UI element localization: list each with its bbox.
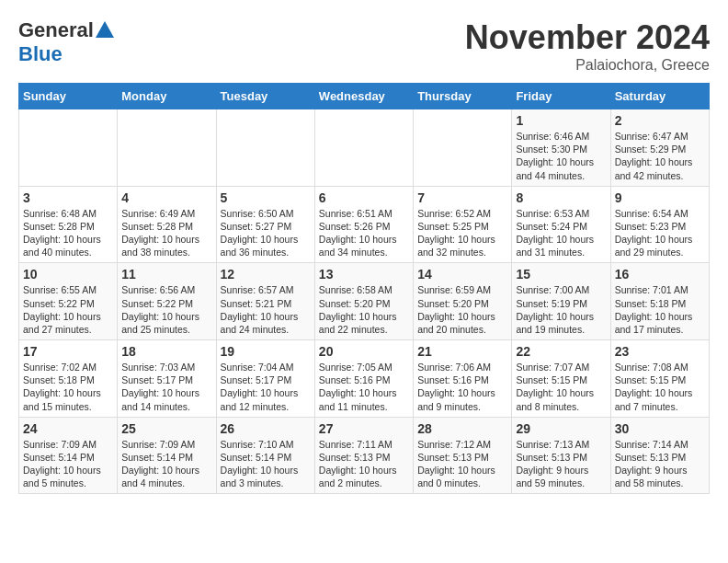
header-tuesday: Tuesday [216,84,314,109]
day-number: 18 [121,344,211,359]
calendar-header-row: SundayMondayTuesdayWednesdayThursdayFrid… [19,84,710,109]
day-number: 24 [23,421,113,436]
day-info: Sunrise: 7:09 AM Sunset: 5:14 PM Dayligh… [121,438,211,490]
calendar-cell: 5Sunrise: 6:50 AM Sunset: 5:27 PM Daylig… [216,186,314,263]
day-number: 17 [23,344,113,359]
calendar-cell: 20Sunrise: 7:05 AM Sunset: 5:16 PM Dayli… [314,340,413,418]
day-number: 4 [121,190,211,205]
calendar-cell [216,109,314,187]
day-info: Sunrise: 7:03 AM Sunset: 5:17 PM Dayligh… [121,361,211,413]
day-number: 6 [319,190,409,205]
calendar-cell: 11Sunrise: 6:56 AM Sunset: 5:22 PM Dayli… [118,263,216,340]
day-info: Sunrise: 7:06 AM Sunset: 5:16 PM Dayligh… [417,361,507,413]
day-info: Sunrise: 6:46 AM Sunset: 5:30 PM Dayligh… [516,130,606,182]
day-number: 7 [417,190,507,205]
day-number: 1 [516,113,606,128]
day-info: Sunrise: 7:11 AM Sunset: 5:13 PM Dayligh… [319,438,409,490]
day-number: 23 [615,344,705,359]
title-section: November 2024 Palaiochora, Greece [465,18,710,74]
calendar-cell: 10Sunrise: 6:55 AM Sunset: 5:22 PM Dayli… [19,263,118,340]
day-info: Sunrise: 7:09 AM Sunset: 5:14 PM Dayligh… [23,438,113,490]
calendar-cell [414,109,512,187]
calendar-cell [19,109,118,187]
calendar-cell: 19Sunrise: 7:04 AM Sunset: 5:17 PM Dayli… [216,340,314,418]
day-number: 21 [417,344,507,359]
month-title: November 2024 [465,18,710,57]
page-header: General Blue November 2024 Palaiochora, … [18,18,710,74]
day-number: 3 [23,190,113,205]
calendar-cell: 21Sunrise: 7:06 AM Sunset: 5:16 PM Dayli… [414,340,512,418]
day-number: 30 [615,421,705,436]
calendar-cell: 3Sunrise: 6:48 AM Sunset: 5:28 PM Daylig… [19,186,118,263]
day-info: Sunrise: 7:04 AM Sunset: 5:17 PM Dayligh… [221,361,311,413]
calendar-week-row: 3Sunrise: 6:48 AM Sunset: 5:28 PM Daylig… [19,186,710,263]
header-friday: Friday [512,84,610,109]
day-info: Sunrise: 6:48 AM Sunset: 5:28 PM Dayligh… [23,207,113,259]
day-number: 13 [319,267,409,282]
calendar-cell: 30Sunrise: 7:14 AM Sunset: 5:13 PM Dayli… [610,417,709,494]
calendar-cell: 18Sunrise: 7:03 AM Sunset: 5:17 PM Dayli… [118,340,216,418]
calendar-table: SundayMondayTuesdayWednesdayThursdayFrid… [18,83,710,494]
day-info: Sunrise: 6:50 AM Sunset: 5:27 PM Dayligh… [221,207,311,259]
day-info: Sunrise: 6:59 AM Sunset: 5:20 PM Dayligh… [417,283,507,336]
day-number: 9 [615,190,705,205]
day-info: Sunrise: 7:05 AM Sunset: 5:16 PM Dayligh… [319,361,409,413]
day-number: 29 [516,421,606,436]
day-number: 20 [319,344,409,359]
day-info: Sunrise: 6:52 AM Sunset: 5:25 PM Dayligh… [417,207,507,259]
day-info: Sunrise: 6:47 AM Sunset: 5:29 PM Dayligh… [615,130,705,182]
day-info: Sunrise: 7:14 AM Sunset: 5:13 PM Dayligh… [615,438,705,490]
day-number: 11 [121,267,211,282]
day-number: 26 [221,421,311,436]
calendar-cell: 2Sunrise: 6:47 AM Sunset: 5:29 PM Daylig… [610,109,709,187]
calendar-cell [118,109,216,187]
day-info: Sunrise: 7:10 AM Sunset: 5:14 PM Dayligh… [221,438,311,490]
day-info: Sunrise: 6:58 AM Sunset: 5:20 PM Dayligh… [319,283,409,336]
calendar-cell: 28Sunrise: 7:12 AM Sunset: 5:13 PM Dayli… [414,417,512,494]
logo-blue: Blue [18,42,63,66]
calendar-cell: 24Sunrise: 7:09 AM Sunset: 5:14 PM Dayli… [19,417,118,494]
calendar-cell [314,109,413,187]
day-info: Sunrise: 6:57 AM Sunset: 5:21 PM Dayligh… [221,283,311,336]
location: Palaiochora, Greece [465,57,710,74]
calendar-cell: 15Sunrise: 7:00 AM Sunset: 5:19 PM Dayli… [512,263,610,340]
header-wednesday: Wednesday [314,84,413,109]
day-number: 12 [221,267,311,282]
day-info: Sunrise: 6:53 AM Sunset: 5:24 PM Dayligh… [516,207,606,259]
calendar-week-row: 1Sunrise: 6:46 AM Sunset: 5:30 PM Daylig… [19,109,710,187]
calendar-week-row: 17Sunrise: 7:02 AM Sunset: 5:18 PM Dayli… [19,340,710,418]
calendar-cell: 14Sunrise: 6:59 AM Sunset: 5:20 PM Dayli… [414,263,512,340]
day-info: Sunrise: 6:54 AM Sunset: 5:23 PM Dayligh… [615,207,705,259]
day-info: Sunrise: 7:07 AM Sunset: 5:15 PM Dayligh… [516,361,606,413]
calendar-cell: 4Sunrise: 6:49 AM Sunset: 5:28 PM Daylig… [118,186,216,263]
calendar-cell: 16Sunrise: 7:01 AM Sunset: 5:18 PM Dayli… [610,263,709,340]
day-info: Sunrise: 7:01 AM Sunset: 5:18 PM Dayligh… [615,283,705,336]
day-number: 5 [221,190,311,205]
calendar-cell: 25Sunrise: 7:09 AM Sunset: 5:14 PM Dayli… [118,417,216,494]
day-number: 28 [417,421,507,436]
day-info: Sunrise: 7:12 AM Sunset: 5:13 PM Dayligh… [417,438,507,490]
day-info: Sunrise: 6:49 AM Sunset: 5:28 PM Dayligh… [121,207,211,259]
calendar-cell: 17Sunrise: 7:02 AM Sunset: 5:18 PM Dayli… [19,340,118,418]
day-number: 16 [615,267,705,282]
calendar-cell: 8Sunrise: 6:53 AM Sunset: 5:24 PM Daylig… [512,186,610,263]
day-info: Sunrise: 6:51 AM Sunset: 5:26 PM Dayligh… [319,207,409,259]
day-info: Sunrise: 7:02 AM Sunset: 5:18 PM Dayligh… [23,361,113,413]
header-thursday: Thursday [414,84,512,109]
day-number: 10 [23,267,113,282]
calendar-cell: 1Sunrise: 6:46 AM Sunset: 5:30 PM Daylig… [512,109,610,187]
logo-general: General [18,18,94,42]
day-number: 25 [121,421,211,436]
calendar-cell: 29Sunrise: 7:13 AM Sunset: 5:13 PM Dayli… [512,417,610,494]
day-number: 2 [615,113,705,128]
calendar-week-row: 24Sunrise: 7:09 AM Sunset: 5:14 PM Dayli… [19,417,710,494]
day-info: Sunrise: 6:55 AM Sunset: 5:22 PM Dayligh… [23,283,113,336]
logo: General Blue [18,18,114,66]
day-number: 15 [516,267,606,282]
day-number: 14 [417,267,507,282]
logo-triangle-icon [96,21,114,38]
calendar-cell: 12Sunrise: 6:57 AM Sunset: 5:21 PM Dayli… [216,263,314,340]
day-info: Sunrise: 6:56 AM Sunset: 5:22 PM Dayligh… [121,283,211,336]
day-number: 22 [516,344,606,359]
header-sunday: Sunday [19,84,118,109]
